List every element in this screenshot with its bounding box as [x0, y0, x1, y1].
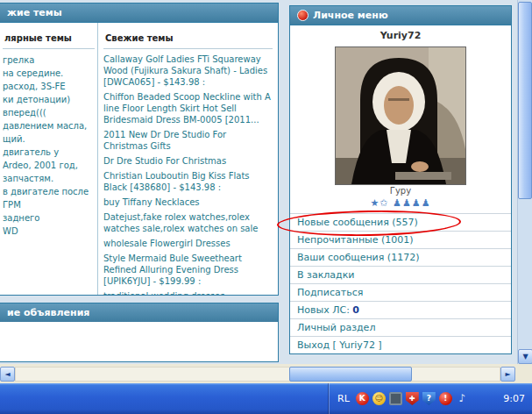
topic-link[interactable]: грелка — [3, 54, 95, 67]
blue-shield-tray-icon[interactable]: ? — [422, 392, 436, 405]
personal-menu-item[interactable]: Подписаться — [290, 283, 511, 301]
personal-menu-panel: Личное меню Yuriy72 — [289, 5, 512, 354]
personal-menu-item[interactable]: Новых ЛС: 0 — [290, 301, 511, 318]
topic-link[interactable]: ки детонации) — [3, 93, 95, 106]
topic-link[interactable]: Style Mermaid Bule Sweetheart Refined Al… — [103, 253, 273, 287]
username: Yuriy72 — [290, 25, 511, 44]
personal-menu-item[interactable]: Ваши сообщения (1172) — [290, 248, 511, 266]
personal-menu-header: Личное меню — [289, 5, 512, 25]
taskbar-clock[interactable]: 9:07 — [503, 393, 525, 404]
announcements-panel-title: ие объявления — [7, 307, 89, 319]
topic-link[interactable]: Chiffon Beaded Scoop Neckline with A lin… — [103, 91, 273, 125]
topic-link[interactable]: buy Tiffany Necklaces — [103, 196, 273, 208]
scroll-down-button[interactable]: ▼ — [518, 349, 532, 364]
topic-link[interactable]: Christian Louboutin Big Kiss Flats Black… — [103, 170, 273, 193]
topic-link[interactable]: traditional wedding dresses — [103, 290, 273, 295]
personal-menu-item[interactable]: Выход [ Yuriy72 ] — [290, 336, 511, 353]
popular-topics-list: грелка на середине. расход, 3S-FE ки дет… — [3, 54, 95, 238]
fresh-topics-header: Свежие темы — [103, 23, 273, 49]
antivirus-tray-icon[interactable]: K — [356, 392, 369, 405]
personal-menu-item[interactable]: Новые сообщения (557) — [290, 213, 511, 231]
profile-photo — [335, 46, 466, 185]
volume-tray-icon[interactable]: ♪ — [456, 392, 469, 405]
profile-photo-image — [336, 47, 465, 184]
user-rank-label: Гуру — [290, 185, 511, 196]
rank-star-icon: ★✩ — [370, 197, 388, 209]
horizontal-scrollbar[interactable]: ◄ ► — [0, 364, 532, 383]
topic-link[interactable]: давлением масла, — [3, 119, 95, 132]
topics-table: лярные темы грелка на середине. расход, … — [0, 22, 279, 296]
topic-link[interactable]: расход, 3S-FE — [3, 80, 95, 93]
topic-link[interactable]: Ardeo, 2001 год, — [3, 159, 95, 172]
personal-menu-item[interactable]: В закладки — [290, 266, 511, 283]
topic-link[interactable]: двигатель у — [3, 146, 95, 159]
taskbar: RL K ☺ ✚ ? ! ♪ 9:07 — [0, 383, 532, 414]
personal-menu-item[interactable]: Непрочитанные (1001) — [290, 231, 511, 248]
announcements-panel: ие объявления — [0, 303, 279, 362]
topic-link[interactable]: на середине. — [3, 67, 95, 80]
red-shield-tray-icon[interactable]: ✚ — [406, 392, 419, 405]
topic-link[interactable]: WD — [3, 225, 95, 238]
personal-menu-box: Yuriy72 Гуру — [289, 25, 512, 354]
topics-panel: жие темы лярные темы грелка на середине.… — [0, 3, 279, 296]
fresh-topics-column: Свежие темы Callaway Golf Ladies FTi Squ… — [98, 23, 278, 295]
topic-link[interactable]: заднего — [3, 211, 95, 225]
personal-menu-icon — [297, 10, 309, 21]
announcements-panel-header: ие объявления — [0, 303, 279, 322]
personal-menu-list: Новые сообщения (557) Непрочитанные (100… — [290, 213, 511, 353]
vertical-scrollbar-thumb[interactable] — [518, 2, 532, 199]
rank-icons-row: ★✩ ♟♟♟♟ — [290, 196, 511, 213]
alert-tray-icon[interactable]: ! — [439, 392, 452, 405]
monitor-tray-icon[interactable] — [389, 392, 402, 405]
topic-link[interactable]: ГРМ — [3, 198, 95, 211]
scroll-left-button[interactable]: ◄ — [0, 367, 15, 382]
horizontal-scrollbar-track[interactable] — [15, 367, 500, 382]
topic-link[interactable]: Callaway Golf Ladies FTi Squareway Wood … — [103, 54, 273, 88]
vertical-scrollbar[interactable]: ▼ — [517, 0, 532, 364]
topics-panel-title: жие темы — [7, 7, 62, 19]
personal-menu-title: Личное меню — [313, 10, 388, 22]
horizontal-scrollbar-thumb[interactable] — [289, 367, 412, 382]
topic-link[interactable]: wholesale Flowergirl Dresses — [103, 238, 273, 249]
topic-link[interactable]: запчастям. — [3, 172, 95, 185]
messenger-tray-icon[interactable]: ☺ — [372, 392, 386, 405]
topic-link[interactable]: щий. — [3, 132, 95, 146]
announcements-body — [0, 322, 279, 362]
popular-topics-column: лярные темы грелка на середине. расход, … — [0, 23, 98, 295]
buddy-icons[interactable]: ♟♟♟♟ — [393, 197, 430, 209]
personal-menu-item[interactable]: Личный раздел — [290, 318, 511, 336]
topic-link[interactable]: Datejust,fake rolex watches,rolex watche… — [103, 211, 273, 234]
language-indicator[interactable]: RL — [337, 393, 350, 404]
scroll-right-button[interactable]: ► — [500, 367, 515, 382]
system-tray: RL K ☺ ✚ ? ! ♪ 9:07 — [328, 383, 532, 414]
topic-link[interactable]: в двигателе после — [3, 185, 95, 198]
popular-topics-header: лярные темы — [3, 23, 95, 49]
topic-link[interactable]: вперед((( — [3, 106, 95, 119]
topic-link[interactable]: 2011 New Dr Dre Studio For Christmas Gif… — [103, 129, 273, 152]
fresh-topics-list: Callaway Golf Ladies FTi Squareway Wood … — [103, 54, 273, 295]
topics-panel-header: жие темы — [0, 3, 279, 22]
topic-link[interactable]: Dr Dre Studio For Christmas — [103, 155, 273, 167]
